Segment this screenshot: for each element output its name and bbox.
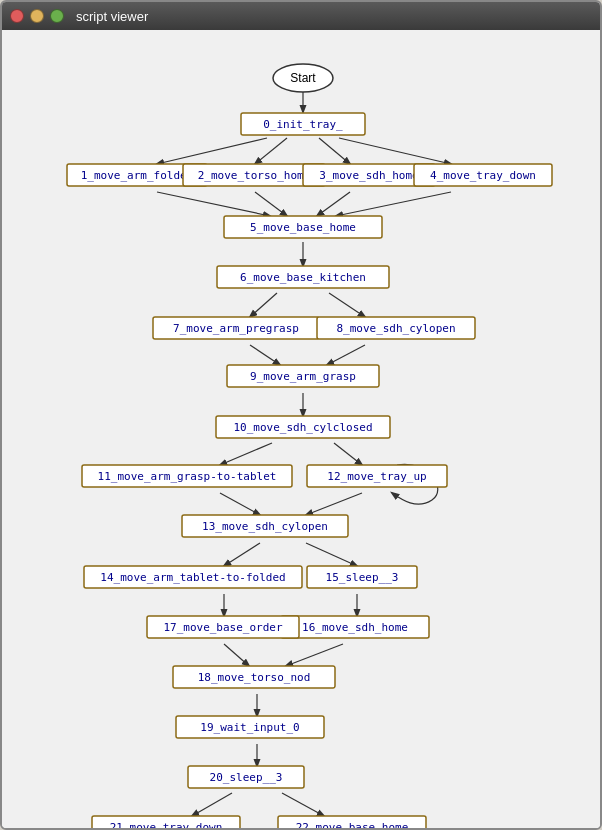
node-17: 17_move_base_order (147, 616, 299, 638)
node-8: 8_move_sdh_cylopen (317, 317, 475, 339)
svg-text:14_move_arm_tablet-to-folded: 14_move_arm_tablet-to-folded (100, 571, 285, 584)
node-7: 7_move_arm_pregrasp (153, 317, 319, 339)
svg-text:2_move_torso_home: 2_move_torso_home (198, 169, 311, 182)
svg-text:7_move_arm_pregrasp: 7_move_arm_pregrasp (173, 322, 299, 335)
node-18: 18_move_torso_nod (173, 666, 335, 688)
svg-text:9_move_arm_grasp: 9_move_arm_grasp (250, 370, 356, 383)
svg-line-17 (220, 493, 260, 515)
close-button[interactable] (10, 9, 24, 23)
svg-text:8_move_sdh_cylopen: 8_move_sdh_cylopen (336, 322, 455, 335)
graph-canvas: Start 0_init_tray_ 1_move_arm_folded 2_m… (2, 30, 600, 828)
main-window: script viewer (0, 0, 602, 830)
svg-text:18_move_torso_nod: 18_move_torso_nod (198, 671, 311, 684)
svg-text:Start: Start (290, 71, 316, 85)
svg-line-16 (334, 443, 362, 465)
svg-text:22_move_base_home: 22_move_base_home (296, 821, 409, 828)
svg-line-27 (192, 793, 232, 816)
svg-line-5 (157, 192, 270, 216)
svg-line-8 (336, 192, 451, 216)
svg-text:16_move_sdh_home: 16_move_sdh_home (302, 621, 408, 634)
svg-line-15 (220, 443, 272, 465)
node-19: 19_wait_input_0 (176, 716, 324, 738)
svg-line-6 (255, 192, 287, 216)
svg-text:1_move_arm_folded: 1_move_arm_folded (81, 169, 194, 182)
node-11: 11_move_arm_grasp-to-tablet (82, 465, 292, 487)
svg-text:19_wait_input_0: 19_wait_input_0 (200, 721, 299, 734)
start-node: Start (273, 64, 333, 92)
svg-line-28 (282, 793, 324, 816)
node-14: 14_move_arm_tablet-to-folded (84, 566, 302, 588)
node-6: 6_move_base_kitchen (217, 266, 389, 288)
svg-line-4 (339, 138, 451, 164)
svg-text:12_move_tray_up: 12_move_tray_up (327, 470, 426, 483)
svg-line-1 (157, 138, 267, 164)
svg-text:13_move_sdh_cylopen: 13_move_sdh_cylopen (202, 520, 328, 533)
node-0: 0_init_tray_ (241, 113, 365, 135)
node-22: 22_move_base_home (278, 816, 426, 828)
minimize-button[interactable] (30, 9, 44, 23)
svg-line-12 (250, 345, 280, 365)
svg-line-2 (255, 138, 287, 164)
node-9: 9_move_arm_grasp (227, 365, 379, 387)
svg-text:0_init_tray_: 0_init_tray_ (263, 118, 343, 131)
svg-line-20 (306, 543, 357, 566)
node-15: 15_sleep__3 (307, 566, 417, 588)
node-5: 5_move_base_home (224, 216, 382, 238)
window-title: script viewer (76, 9, 148, 24)
node-4: 4_move_tray_down (414, 164, 552, 186)
svg-line-19 (224, 543, 260, 566)
titlebar: script viewer (2, 2, 600, 30)
svg-text:10_move_sdh_cylclosed: 10_move_sdh_cylclosed (233, 421, 372, 434)
svg-text:4_move_tray_down: 4_move_tray_down (430, 169, 536, 182)
svg-line-24 (224, 644, 249, 666)
flowchart-svg: Start 0_init_tray_ 1_move_arm_folded 2_m… (2, 30, 600, 828)
svg-line-10 (250, 293, 277, 317)
svg-text:3_move_sdh_home: 3_move_sdh_home (319, 169, 418, 182)
svg-text:21_move_tray_down: 21_move_tray_down (110, 821, 223, 828)
svg-line-3 (319, 138, 350, 164)
svg-line-7 (317, 192, 350, 216)
svg-text:11_move_arm_grasp-to-tablet: 11_move_arm_grasp-to-tablet (98, 470, 277, 483)
svg-text:20_sleep__3: 20_sleep__3 (210, 771, 283, 784)
svg-line-11 (329, 293, 365, 317)
svg-line-23 (286, 644, 343, 666)
svg-line-18 (306, 493, 362, 515)
svg-line-13 (327, 345, 365, 365)
svg-text:6_move_base_kitchen: 6_move_base_kitchen (240, 271, 366, 284)
node-21: 21_move_tray_down (92, 816, 240, 828)
node-13: 13_move_sdh_cylopen (182, 515, 348, 537)
svg-text:5_move_base_home: 5_move_base_home (250, 221, 356, 234)
maximize-button[interactable] (50, 9, 64, 23)
node-20: 20_sleep__3 (188, 766, 304, 788)
svg-text:17_move_base_order: 17_move_base_order (163, 621, 283, 634)
svg-text:15_sleep__3: 15_sleep__3 (326, 571, 399, 584)
node-16: 16_move_sdh_home (281, 616, 429, 638)
node-10: 10_move_sdh_cylclosed (216, 416, 390, 438)
node-12: 12_move_tray_up (307, 465, 447, 487)
